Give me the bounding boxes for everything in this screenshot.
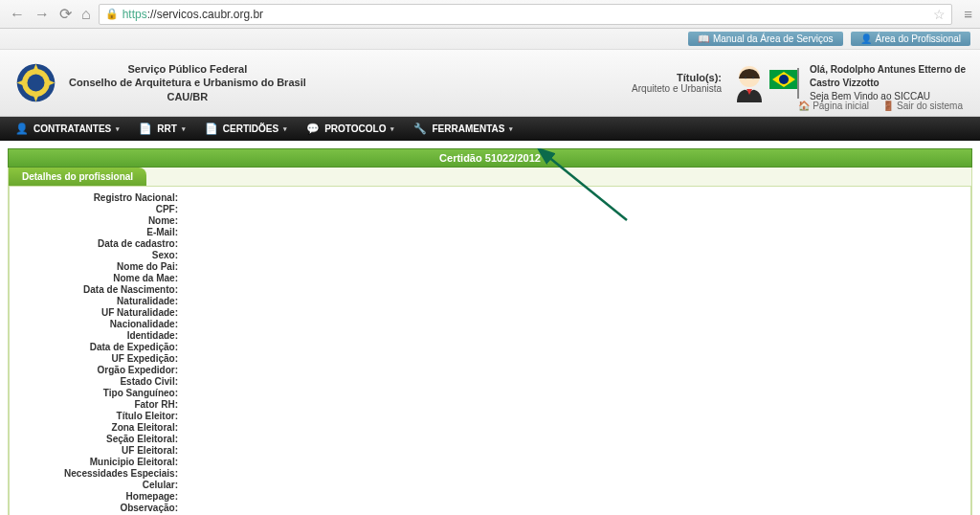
top-links-bar: 📖 Manual da Área de Serviços 👤 Área do P… <box>0 29 980 50</box>
field-row: Necessidades Especiais: <box>19 468 961 479</box>
field-row: Estado Civil: <box>19 376 961 387</box>
manual-link[interactable]: 📖 Manual da Área de Serviços <box>688 32 843 46</box>
field-row: UF Eleitoral: <box>19 445 961 456</box>
field-label: Zona Eleitoral: <box>19 422 182 433</box>
svg-rect-8 <box>797 68 799 99</box>
field-row: Nacionalidade: <box>19 319 961 329</box>
field-label: Homepage: <box>19 491 182 502</box>
org-line1: Serviço Público Federal <box>69 62 306 76</box>
sair-label: Sair do sistema <box>897 101 963 111</box>
url-bar[interactable]: 🔒 https://servicos.caubr.org.br ☆ <box>99 4 953 25</box>
field-label: Seção Eleitoral: <box>19 434 182 444</box>
field-label: Nacionalidade: <box>19 319 182 329</box>
field-label: UF Naturalidade: <box>19 307 182 318</box>
field-label: Identidade: <box>19 330 182 341</box>
avatar-icon <box>731 64 768 102</box>
menu-icon: 📄 <box>139 123 152 135</box>
field-label: UF Expedição: <box>19 353 182 364</box>
tab-detalhes[interactable]: Detalhes do profissional <box>9 168 146 186</box>
field-row: Zona Eleitoral: <box>19 422 961 433</box>
field-label: Nome da Mae: <box>19 273 182 283</box>
home-button[interactable]: ⌂ <box>79 6 93 23</box>
field-row: Tipo Sanguíneo: <box>19 388 961 398</box>
book-icon: 📖 <box>698 34 709 44</box>
field-row: Municipio Eleitoral: <box>19 457 961 467</box>
field-row: Data de Nascimento: <box>19 284 961 295</box>
sair-link[interactable]: 🚪 Sair do sistema <box>882 101 963 111</box>
greeting-line2: Castro Vizzotto <box>810 77 966 90</box>
org-line2: Conselho de Arquitetura e Urbanismo do B… <box>69 76 306 89</box>
field-label: Fator RH: <box>19 399 182 410</box>
menu-icon: 👤 <box>15 123 29 135</box>
field-label: Necessidades Especiais: <box>19 468 182 479</box>
certidao-title-bar: Certidão 51022/2012 <box>8 148 972 168</box>
field-label: Sexo: <box>19 250 182 260</box>
reload-button[interactable]: ⟳ <box>57 5 74 23</box>
field-label: Municipio Eleitoral: <box>19 457 182 467</box>
details-body: Registro Nacional:CPF:Nome:E-Mail:Data d… <box>9 186 971 515</box>
field-label: Registro Nacional: <box>19 192 182 203</box>
field-label: Título Eleitor: <box>19 411 182 421</box>
titulos-label: Título(s): <box>632 72 722 83</box>
field-label: Data de Expedição: <box>19 342 182 352</box>
menu-item-contratantes[interactable]: 👤CONTRATANTES▾ <box>6 117 129 141</box>
field-row: Data de Expedição: <box>19 342 961 352</box>
field-row: Orgão Expedidor: <box>19 365 961 375</box>
browser-menu-icon[interactable]: ≡ <box>964 6 972 22</box>
field-row: Celular: <box>19 480 961 490</box>
field-label: Celular: <box>19 480 182 490</box>
main-menu-bar: 👤CONTRATANTES▾📄RRT▾📄CERTIDÕES▾💬PROTOCOLO… <box>0 117 980 141</box>
field-row: Observação: <box>19 503 961 513</box>
field-label: Observação: <box>19 503 182 513</box>
field-row: Registro Nacional: <box>19 192 961 203</box>
greeting-line1: Olá, Rodolpho Antunes Etterno de <box>810 63 966 77</box>
field-row: Data de cadastro: <box>19 238 961 249</box>
page-header: Serviço Público Federal Conselho de Arqu… <box>0 50 980 117</box>
avatar-flag <box>731 64 800 102</box>
chevron-down-icon: ▾ <box>182 125 186 133</box>
area-link-label: Área do Profissional <box>876 34 962 44</box>
lock-icon: 🔒 <box>105 8 119 20</box>
menu-item-certidões[interactable]: 📄CERTIDÕES▾ <box>195 117 297 141</box>
logo-block: Serviço Público Federal Conselho de Arqu… <box>14 61 306 104</box>
field-row: Homepage: <box>19 491 961 502</box>
field-label: Nome: <box>19 215 182 226</box>
forward-button[interactable]: → <box>33 6 52 23</box>
field-label: Naturalidade: <box>19 296 182 306</box>
svg-point-4 <box>745 76 746 78</box>
svg-point-7 <box>779 75 789 84</box>
svg-point-5 <box>752 76 754 78</box>
pagina-inicial-link[interactable]: 🏠 Página inicial <box>798 101 869 111</box>
field-row: Naturalidade: <box>19 296 961 306</box>
menu-icon: 💬 <box>306 123 320 135</box>
menu-item-rrt[interactable]: 📄RRT▾ <box>129 117 195 141</box>
chevron-down-icon: ▾ <box>283 125 287 133</box>
field-label: Orgão Expedidor: <box>19 365 182 375</box>
field-row: CPF: <box>19 204 961 214</box>
titulos-block: Título(s): Arquiteto e Urbanista <box>632 72 722 94</box>
menu-label: FERRAMENTAS <box>432 123 504 134</box>
area-profissional-link[interactable]: 👤 Área do Profissional <box>851 32 971 46</box>
field-row: UF Naturalidade: <box>19 307 961 318</box>
org-line3: CAU/BR <box>69 90 306 103</box>
titulos-value: Arquiteto e Urbanista <box>632 83 722 94</box>
tab-row: Detalhes do profissional <box>9 168 971 186</box>
field-row: Nome do Pai: <box>19 261 961 272</box>
back-button[interactable]: ← <box>8 6 27 23</box>
svg-point-2 <box>28 75 45 92</box>
browser-toolbar: ← → ⟳ ⌂ 🔒 https://servicos.caubr.org.br … <box>0 0 980 29</box>
home-icon: 🏠 <box>798 101 810 111</box>
org-text: Serviço Público Federal Conselho de Arqu… <box>69 62 306 103</box>
field-row: Identidade: <box>19 330 961 341</box>
field-row: UF Expedição: <box>19 353 961 364</box>
chevron-down-icon: ▾ <box>116 125 120 133</box>
user-icon: 👤 <box>860 34 872 44</box>
menu-item-protocolo[interactable]: 💬PROTOCOLO▾ <box>297 117 404 141</box>
exit-icon: 🚪 <box>882 101 894 111</box>
field-label: CPF: <box>19 204 182 214</box>
menu-item-ferramentas[interactable]: 🔧FERRAMENTAS▾ <box>404 117 523 141</box>
chevron-down-icon: ▾ <box>390 125 394 133</box>
bookmark-star-icon[interactable]: ☆ <box>933 7 946 22</box>
content-panel: Detalhes do profissional Registro Nacion… <box>8 168 972 515</box>
field-row: Fator RH: <box>19 399 961 410</box>
